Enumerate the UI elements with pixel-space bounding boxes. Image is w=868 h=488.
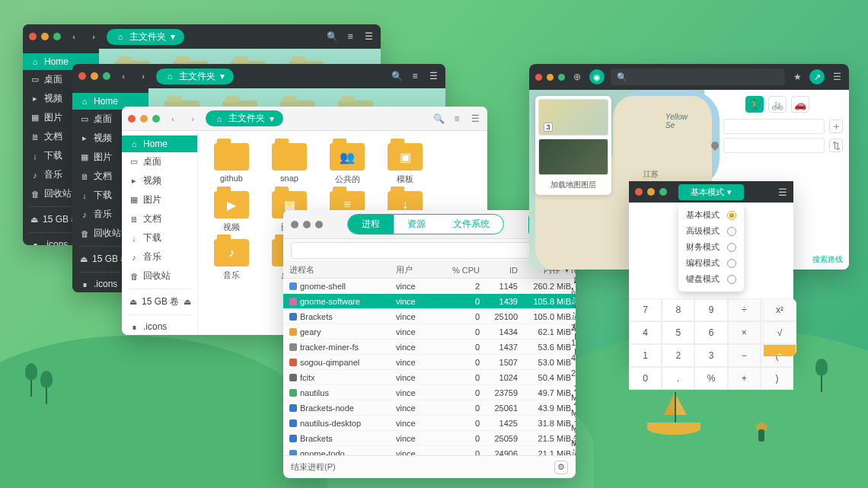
origin-input[interactable] <box>723 119 825 134</box>
process-row[interactable]: tracker-miner-fs vince0 143753.6 MiB 16.… <box>283 340 576 355</box>
close-icon[interactable] <box>78 72 86 80</box>
process-row[interactable]: nautilus vince0 2375949.7 MiB 2.2 MiB <box>283 385 576 400</box>
settings-button[interactable]: ⚙ <box>554 461 568 474</box>
nav-back-button[interactable]: ‹ <box>67 30 81 43</box>
mode-option[interactable]: 财务模式 <box>686 239 736 255</box>
sidebar-item[interactable]: 🗎文档 <box>122 209 197 228</box>
process-row[interactable]: Brackets vince0 25100105.0 MiB 不适用 <box>283 309 576 324</box>
path-pill[interactable]: ⌂主文件夹▾ <box>206 110 283 126</box>
menu-icon[interactable]: ☰ <box>362 30 375 43</box>
col-name[interactable]: 进程名 <box>289 264 396 276</box>
sidebar-item[interactable]: ♪音乐 <box>122 247 197 266</box>
nav-forward-button[interactable]: › <box>87 30 101 43</box>
process-row[interactable]: gnome-software vince0 1439105.8 MiB 不适用 <box>283 294 576 309</box>
sidebar-item[interactable]: 🗑回收站 <box>122 266 197 285</box>
view-list-icon[interactable]: ≡ <box>409 70 421 82</box>
swap-button[interactable]: ⇅ <box>829 139 843 152</box>
sidebar-item[interactable]: ⏏15 GB 卷⏏ <box>122 292 197 311</box>
search-icon[interactable]: 🔍 <box>326 30 338 43</box>
minimize-icon[interactable] <box>547 74 554 81</box>
minimize-icon[interactable] <box>41 33 49 40</box>
nav-back-button[interactable]: ‹ <box>116 69 130 83</box>
minimize-icon[interactable] <box>91 72 98 80</box>
mode-walk[interactable]: 🚶 <box>745 96 764 113</box>
minimize-icon[interactable] <box>303 221 311 228</box>
path-pill[interactable]: ⌂主文件夹▾ <box>156 69 234 85</box>
process-row[interactable]: gnome-todo vince0 2490621.1 MiB 不适用 <box>283 446 576 455</box>
mode-option[interactable]: 编程模式 <box>686 255 736 271</box>
process-row[interactable]: fcitx vince0 102450.4 MiB 240.0 KiB <box>283 370 576 385</box>
folder-音乐[interactable]: ♪音乐 <box>210 239 253 281</box>
maximize-icon[interactable] <box>315 221 323 228</box>
close-icon[interactable] <box>635 188 643 196</box>
nav-forward-button[interactable]: › <box>186 112 199 126</box>
process-row[interactable]: geary vince0 143462.1 MiB 33.6 KiB <box>283 324 576 340</box>
mode-bike[interactable]: 🚲 <box>768 96 787 113</box>
minimize-icon[interactable] <box>140 115 148 123</box>
col-id[interactable]: ID <box>480 266 518 275</box>
sidebar-item[interactable]: ⌂Home <box>122 136 197 152</box>
maximize-icon[interactable] <box>558 74 565 81</box>
folder-snap[interactable]: snap <box>268 143 311 185</box>
nav-forward-button[interactable]: › <box>136 69 150 83</box>
view-list-icon[interactable]: ≡ <box>344 30 356 43</box>
end-process-button[interactable]: 结束进程(P) <box>291 461 336 473</box>
mode-option[interactable]: 基本模式 <box>686 207 736 223</box>
calc-btn-6[interactable]: 6 <box>694 321 727 344</box>
tab-processes[interactable]: 进程 <box>348 215 394 234</box>
maximize-icon[interactable] <box>659 188 667 196</box>
maximize-icon[interactable] <box>103 72 110 80</box>
sidebar-item[interactable]: ↓下载 <box>122 228 197 247</box>
calc-btn-div[interactable]: ÷ <box>728 298 761 321</box>
minimize-icon[interactable] <box>647 188 655 196</box>
calc-btn-sq[interactable]: x² <box>763 298 796 321</box>
calc-btn-pct[interactable]: % <box>694 367 727 390</box>
search-icon[interactable]: 🔍 <box>432 113 445 125</box>
calc-btn-1[interactable]: 1 <box>629 344 662 367</box>
calc-btn-5[interactable]: 5 <box>662 321 694 344</box>
dest-input[interactable] <box>723 138 825 153</box>
menu-icon[interactable]: ☰ <box>469 113 481 125</box>
close-icon[interactable] <box>128 115 136 123</box>
calc-btn-0[interactable]: 0 <box>629 367 662 390</box>
menu-icon[interactable]: ☰ <box>778 187 787 198</box>
folder-模板[interactable]: ▣模板 <box>384 143 426 185</box>
sidebar-item[interactable]: ▭桌面 <box>122 152 197 171</box>
tab-resources[interactable]: 资源 <box>394 215 439 234</box>
search-icon[interactable]: 🔍 <box>391 70 403 82</box>
calc-btn-dot[interactable]: . <box>662 367 694 390</box>
folder-公共的[interactable]: 👥公共的 <box>326 143 369 185</box>
search-route-link[interactable]: 搜索路线 <box>812 254 843 265</box>
nav-back-button[interactable]: ‹ <box>166 112 180 126</box>
close-icon[interactable] <box>29 33 37 40</box>
sidebar-item[interactable]: ∎.icons <box>122 318 197 335</box>
folder-github[interactable]: github <box>210 143 253 185</box>
map-search[interactable]: 🔍 <box>611 69 785 85</box>
sidebar-item[interactable]: ▸视频 <box>122 171 197 190</box>
close-icon[interactable] <box>291 221 298 228</box>
route-button[interactable]: ↗ <box>809 69 825 85</box>
calc-btn-7[interactable]: 7 <box>629 298 662 321</box>
maximize-icon[interactable] <box>152 115 160 123</box>
path-pill[interactable]: ⌂ 主文件夹 ▾ <box>107 29 184 45</box>
process-row[interactable]: gnome-shell vince2 1145260.2 MiB 4.6 MiB <box>283 279 576 294</box>
calc-btn-add[interactable]: + <box>728 367 761 390</box>
sidebar-item[interactable]: ▦图片 <box>122 190 197 209</box>
folder-视频[interactable]: ▶视频 <box>210 191 253 233</box>
tab-filesystem[interactable]: 文件系统 <box>439 215 503 234</box>
calc-btn-mul[interactable]: × <box>728 321 761 344</box>
layers-button[interactable]: ◉ <box>589 69 605 85</box>
close-icon[interactable] <box>535 74 542 81</box>
calc-btn-paren-r[interactable]: ) <box>761 367 793 390</box>
mode-option[interactable]: 键盘模式 <box>686 271 736 287</box>
layer-thumb-street[interactable]: 3 <box>538 99 608 136</box>
calc-btn-3[interactable]: 3 <box>694 344 727 367</box>
calc-btn-eq[interactable]: = <box>763 344 796 356</box>
mode-car[interactable]: 🚗 <box>791 96 809 113</box>
process-row[interactable]: Brackets-node vince0 2506143.9 MiB 4.1 M… <box>283 400 576 416</box>
add-stop-button[interactable]: ＋ <box>829 120 843 133</box>
calc-btn-4[interactable]: 4 <box>629 321 662 344</box>
calc-btn-8[interactable]: 8 <box>662 298 694 321</box>
calc-btn-sqrt[interactable]: √ <box>763 321 796 344</box>
calc-btn-sub[interactable]: − <box>728 344 761 367</box>
